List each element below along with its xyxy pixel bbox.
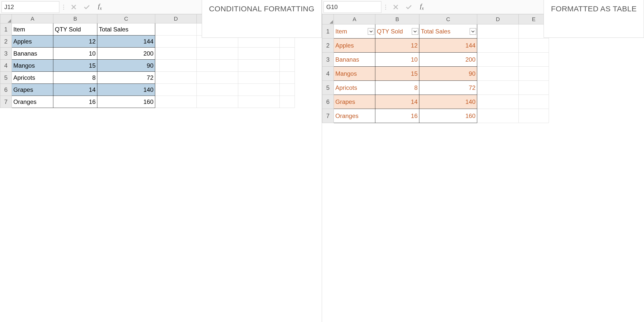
row-header[interactable]: 3: [322, 53, 334, 67]
cell[interactable]: 8: [53, 72, 97, 84]
cell[interactable]: 15: [375, 67, 419, 81]
cell[interactable]: 90: [419, 67, 477, 81]
cell[interactable]: [477, 53, 519, 67]
row-header[interactable]: 6: [322, 95, 334, 109]
cell[interactable]: [477, 67, 519, 81]
cell[interactable]: [477, 38, 519, 53]
cell[interactable]: Total Sales: [97, 23, 155, 35]
cell[interactable]: [477, 95, 519, 109]
name-box[interactable]: J12: [2, 1, 59, 13]
cell[interactable]: [238, 96, 280, 108]
cell[interactable]: Mangos: [12, 60, 53, 72]
row-header[interactable]: 3: [0, 48, 12, 60]
cell[interactable]: [155, 60, 197, 72]
table-header-cell[interactable]: Total Sales: [419, 24, 477, 38]
cell[interactable]: Apricots: [12, 72, 53, 84]
cell[interactable]: Mangos: [334, 67, 375, 81]
row-header[interactable]: 6: [0, 84, 12, 96]
cell[interactable]: 15: [53, 60, 97, 72]
cell[interactable]: [477, 24, 519, 38]
cell[interactable]: 14: [53, 84, 97, 96]
col-header-c[interactable]: C: [419, 14, 477, 24]
cell[interactable]: [238, 72, 280, 84]
col-header-b[interactable]: B: [53, 14, 97, 23]
table-header-cell[interactable]: QTY Sold: [375, 24, 419, 38]
cell[interactable]: Apricots: [334, 81, 375, 95]
row-header[interactable]: 5: [0, 72, 12, 84]
row-header[interactable]: 1: [322, 24, 334, 38]
cell[interactable]: QTY Sold: [53, 23, 97, 35]
insert-function-button[interactable]: fx: [94, 1, 106, 13]
cell[interactable]: [155, 72, 197, 84]
cell[interactable]: [280, 96, 295, 108]
cell[interactable]: Apples: [12, 35, 53, 48]
cell[interactable]: [238, 48, 280, 60]
cell[interactable]: Oranges: [334, 109, 375, 123]
cell[interactable]: 160: [419, 109, 477, 123]
filter-button[interactable]: [470, 28, 476, 35]
col-header-d[interactable]: D: [155, 14, 197, 23]
cell[interactable]: [238, 60, 280, 72]
cell[interactable]: [197, 84, 238, 96]
cell[interactable]: [197, 96, 238, 108]
cell[interactable]: [155, 84, 197, 96]
cell[interactable]: 200: [97, 48, 155, 60]
cell[interactable]: 72: [97, 72, 155, 84]
cell[interactable]: 200: [419, 53, 477, 67]
row-header[interactable]: 1: [0, 23, 12, 35]
cell[interactable]: [519, 95, 549, 109]
cell[interactable]: [280, 48, 295, 60]
spreadsheet-grid[interactable]: A B C D E 1ItemQTY SoldTotal Sales2Apple…: [322, 14, 549, 123]
cell[interactable]: Grapes: [12, 84, 53, 96]
name-box[interactable]: G10: [324, 1, 381, 13]
cell[interactable]: Apples: [334, 38, 375, 53]
col-header-a[interactable]: A: [12, 14, 53, 23]
row-header[interactable]: 7: [0, 96, 12, 108]
cell[interactable]: 140: [419, 95, 477, 109]
row-header[interactable]: 5: [322, 81, 334, 95]
select-all-corner[interactable]: [0, 14, 12, 23]
cell[interactable]: [519, 38, 549, 53]
cell[interactable]: [477, 81, 519, 95]
cell[interactable]: 160: [97, 96, 155, 108]
col-header-b[interactable]: B: [375, 14, 419, 24]
row-header[interactable]: 4: [322, 67, 334, 81]
cell[interactable]: 140: [97, 84, 155, 96]
cell[interactable]: [519, 67, 549, 81]
cell[interactable]: [280, 60, 295, 72]
filter-button[interactable]: [412, 28, 418, 35]
cell[interactable]: [519, 53, 549, 67]
cell[interactable]: [155, 96, 197, 108]
cell[interactable]: 16: [375, 109, 419, 123]
cancel-button[interactable]: [68, 1, 79, 13]
cell[interactable]: Bananas: [12, 48, 53, 60]
row-header[interactable]: 2: [322, 38, 334, 53]
cell[interactable]: [155, 48, 197, 60]
cell[interactable]: Grapes: [334, 95, 375, 109]
insert-function-button[interactable]: fx: [416, 1, 428, 13]
col-header-a[interactable]: A: [334, 14, 375, 24]
cell[interactable]: [197, 48, 238, 60]
enter-button[interactable]: [403, 1, 415, 13]
row-header[interactable]: 4: [0, 60, 12, 72]
cell[interactable]: [519, 81, 549, 95]
cell[interactable]: Item: [12, 23, 53, 35]
cell[interactable]: 144: [419, 38, 477, 53]
col-header-d[interactable]: D: [477, 14, 519, 24]
filter-button[interactable]: [368, 28, 374, 35]
row-header[interactable]: 2: [0, 35, 12, 48]
table-header-cell[interactable]: Item: [334, 24, 375, 38]
enter-button[interactable]: [81, 1, 93, 13]
cell[interactable]: [238, 84, 280, 96]
cell[interactable]: [155, 35, 197, 48]
cell[interactable]: Oranges: [12, 96, 53, 108]
cell[interactable]: Bananas: [334, 53, 375, 67]
cell[interactable]: 144: [97, 35, 155, 48]
col-header-c[interactable]: C: [97, 14, 155, 23]
cell[interactable]: 16: [53, 96, 97, 108]
cell[interactable]: 12: [375, 38, 419, 53]
cell[interactable]: 90: [97, 60, 155, 72]
cell[interactable]: 14: [375, 95, 419, 109]
cancel-button[interactable]: [390, 1, 401, 13]
cell[interactable]: 72: [419, 81, 477, 95]
